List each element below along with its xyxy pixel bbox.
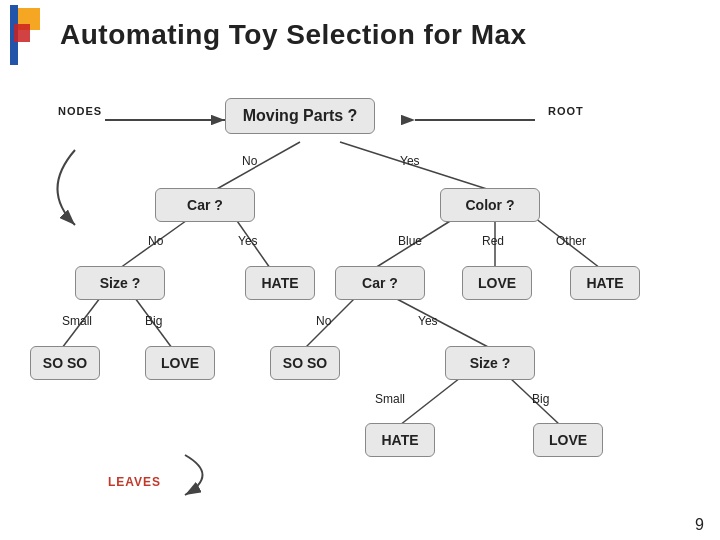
node-love-big2: LOVE [533,423,603,457]
node-car-left: Car ? [155,188,255,222]
label-no-left: No [242,154,257,168]
node-size-left: Size ? [75,266,165,300]
label-blue: Blue [398,234,422,248]
label-big-left: Big [145,314,162,328]
root-label: ROOT [548,105,584,117]
node-soso-no: SO SO [270,346,340,380]
node-hate-left: HATE [245,266,315,300]
label-small-right: Small [375,392,405,406]
svg-line-7 [215,142,300,190]
node-moving-parts: Moving Parts ? [225,98,375,134]
node-hate-small2: HATE [365,423,435,457]
label-yes-right: Yes [400,154,420,168]
node-car-mid: Car ? [335,266,425,300]
node-size-yes: Size ? [445,346,535,380]
label-yes-hate: Yes [238,234,258,248]
node-love-big: LOVE [145,346,215,380]
label-no-mid: No [316,314,331,328]
svg-rect-2 [14,24,30,42]
node-hate-other: HATE [570,266,640,300]
label-no-size: No [148,234,163,248]
node-color-right: Color ? [440,188,540,222]
label-small-left: Small [62,314,92,328]
page-title: Automating Toy Selection for Max [60,19,527,51]
label-other: Other [556,234,586,248]
label-big-right: Big [532,392,549,406]
page-number: 9 [695,516,704,534]
nodes-label: NODES [58,105,102,117]
leaves-label: LEAVES [108,475,161,489]
label-red: Red [482,234,504,248]
svg-line-18 [400,378,460,425]
node-love-red: LOVE [462,266,532,300]
label-yes-size: Yes [418,314,438,328]
svg-line-17 [395,298,490,348]
node-soso-small: SO SO [30,346,100,380]
